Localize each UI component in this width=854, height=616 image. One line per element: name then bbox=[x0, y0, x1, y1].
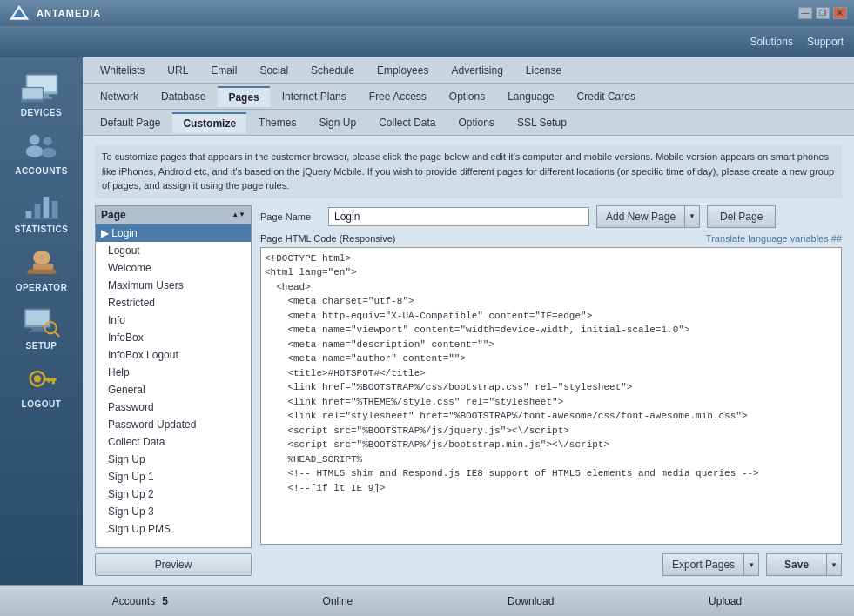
page-name-label: Page Name bbox=[260, 211, 321, 222]
svg-rect-30 bbox=[51, 378, 54, 385]
tab-employees[interactable]: Employees bbox=[366, 61, 439, 80]
svg-point-11 bbox=[43, 137, 51, 145]
svg-rect-16 bbox=[51, 201, 57, 218]
operator-icon bbox=[16, 244, 68, 283]
save-btn-group: Save ▼ bbox=[766, 553, 842, 576]
sidebar-item-accounts[interactable]: ACCOUNTS bbox=[0, 123, 83, 181]
tab-email[interactable]: Email bbox=[200, 61, 247, 80]
save-button[interactable]: Save bbox=[766, 553, 826, 576]
upload-status: Upload bbox=[709, 595, 742, 607]
sidebar-label-logout: LOGOUT bbox=[22, 399, 62, 409]
solutions-link[interactable]: Solutions bbox=[750, 36, 793, 48]
tab-advertising[interactable]: Advertising bbox=[440, 61, 513, 80]
tab-schedule[interactable]: Schedule bbox=[300, 61, 365, 80]
list-item[interactable]: Maximum Users bbox=[96, 277, 251, 294]
list-item[interactable]: Collect Data bbox=[96, 433, 251, 451]
svg-point-18 bbox=[33, 251, 50, 265]
tab-pages[interactable]: Pages bbox=[218, 86, 269, 107]
minimize-button[interactable]: — bbox=[798, 7, 812, 19]
main-container: DEVICES ACCOUNTS bbox=[0, 57, 854, 585]
sidebar-item-setup[interactable]: SETUP bbox=[0, 298, 83, 356]
tab-social[interactable]: Social bbox=[249, 61, 299, 80]
download-status: Download bbox=[508, 595, 554, 607]
export-pages-button[interactable]: Export Pages bbox=[662, 553, 743, 576]
tab-sign-up[interactable]: Sign Up bbox=[308, 113, 366, 132]
download-label: Download bbox=[508, 595, 554, 607]
translate-link[interactable]: Translate language variables ## bbox=[706, 233, 842, 244]
tab-default-page[interactable]: Default Page bbox=[90, 113, 171, 132]
tab-license[interactable]: License bbox=[515, 61, 572, 80]
maximize-button[interactable]: ❐ bbox=[816, 7, 830, 19]
devices-icon bbox=[16, 70, 68, 108]
online-status: Online bbox=[323, 595, 353, 607]
sort-icon: ▲▼ bbox=[232, 211, 245, 218]
page-list-panel: Page ▲▼ ▶ Login Logout Welcome Maximum U… bbox=[95, 205, 252, 577]
nav-row-3: Default Page Customize Themes Sign Up Co… bbox=[83, 110, 854, 136]
sidebar-item-devices[interactable]: DEVICES bbox=[0, 64, 83, 123]
tab-free-access[interactable]: Free Access bbox=[359, 87, 437, 106]
support-link[interactable]: Support bbox=[807, 36, 844, 48]
tab-whitelists[interactable]: Whitelists bbox=[90, 61, 155, 80]
svg-rect-14 bbox=[34, 204, 40, 218]
tab-internet-plans[interactable]: Internet Plans bbox=[272, 87, 357, 106]
accounts-value: 5 bbox=[162, 595, 168, 607]
list-item[interactable]: Sign Up bbox=[96, 451, 251, 468]
logout-icon bbox=[16, 361, 68, 399]
list-item[interactable]: Password Updated bbox=[96, 416, 251, 433]
add-new-page-btn-group: Add New Page ▼ bbox=[596, 205, 700, 228]
list-item[interactable]: Restricted bbox=[96, 294, 251, 311]
add-new-page-button[interactable]: Add New Page bbox=[596, 205, 684, 228]
list-item[interactable]: Logout bbox=[96, 242, 251, 259]
list-item[interactable]: InfoBox Logout bbox=[96, 346, 251, 364]
svg-rect-7 bbox=[22, 88, 42, 99]
list-item[interactable]: Sign Up 3 bbox=[96, 503, 251, 520]
list-item[interactable]: Help bbox=[96, 364, 251, 381]
del-page-button[interactable]: Del Page bbox=[707, 205, 776, 228]
list-item[interactable]: Sign Up PMS bbox=[96, 520, 251, 538]
logo-icon bbox=[7, 3, 31, 23]
svg-rect-22 bbox=[25, 311, 49, 325]
code-header: Page HTML Code (Responsive) Translate la… bbox=[260, 233, 842, 244]
action-row: Export Pages ▼ Save ▼ bbox=[260, 550, 842, 576]
logo-text: ANTAMEDIA bbox=[37, 8, 101, 18]
tab-options[interactable]: Options bbox=[439, 87, 495, 106]
page-name-input[interactable] bbox=[328, 207, 589, 226]
tab-language[interactable]: Language bbox=[497, 87, 564, 106]
code-editor[interactable]: <!DOCTYPE html> <html lang="en"> <head> … bbox=[260, 247, 842, 546]
export-pages-dropdown-arrow[interactable]: ▼ bbox=[743, 553, 759, 576]
tab-collect-data[interactable]: Collect Data bbox=[368, 113, 446, 132]
close-button[interactable]: ✕ bbox=[833, 7, 847, 19]
sidebar-item-statistics[interactable]: STATISTICS bbox=[0, 181, 83, 239]
svg-rect-23 bbox=[31, 328, 43, 331]
window-controls: — ❐ ✕ bbox=[798, 7, 847, 19]
add-new-page-dropdown-arrow[interactable]: ▼ bbox=[684, 205, 700, 228]
upload-label: Upload bbox=[709, 595, 742, 607]
preview-button[interactable]: Preview bbox=[95, 553, 252, 576]
tab-network[interactable]: Network bbox=[90, 87, 149, 106]
code-section: Page HTML Code (Responsive) Translate la… bbox=[260, 233, 842, 546]
tab-ssl-setup[interactable]: SSL Setup bbox=[507, 113, 577, 132]
export-pages-btn-group: Export Pages ▼ bbox=[662, 553, 759, 576]
tab-database[interactable]: Database bbox=[151, 87, 216, 106]
tab-customize[interactable]: Customize bbox=[172, 112, 246, 133]
list-item[interactable]: Password bbox=[96, 398, 251, 416]
sidebar-item-logout[interactable]: LOGOUT bbox=[0, 356, 83, 414]
tab-url[interactable]: URL bbox=[157, 61, 198, 80]
tab-options-sub[interactable]: Options bbox=[448, 113, 505, 132]
list-item[interactable]: Sign Up 2 bbox=[96, 485, 251, 503]
save-dropdown-arrow[interactable]: ▼ bbox=[826, 553, 842, 576]
list-item[interactable]: InfoBox bbox=[96, 329, 251, 346]
sidebar-label-operator: OPERATOR bbox=[16, 283, 68, 292]
list-item[interactable]: ▶ Login bbox=[96, 224, 251, 242]
sidebar: DEVICES ACCOUNTS bbox=[0, 57, 83, 585]
sidebar-item-operator[interactable]: OPERATOR bbox=[0, 239, 83, 298]
svg-point-9 bbox=[29, 135, 39, 145]
nav-row-1: Whitelists URL Email Social Schedule Emp… bbox=[83, 57, 854, 84]
list-item[interactable]: Info bbox=[96, 311, 251, 329]
list-item[interactable]: General bbox=[96, 381, 251, 398]
list-item[interactable]: Welcome bbox=[96, 259, 251, 277]
status-bar: Accounts 5 Online Download Upload bbox=[0, 585, 854, 616]
list-item[interactable]: Sign Up 1 bbox=[96, 468, 251, 485]
tab-credit-cards[interactable]: Credit Cards bbox=[567, 87, 646, 106]
tab-themes[interactable]: Themes bbox=[248, 113, 306, 132]
